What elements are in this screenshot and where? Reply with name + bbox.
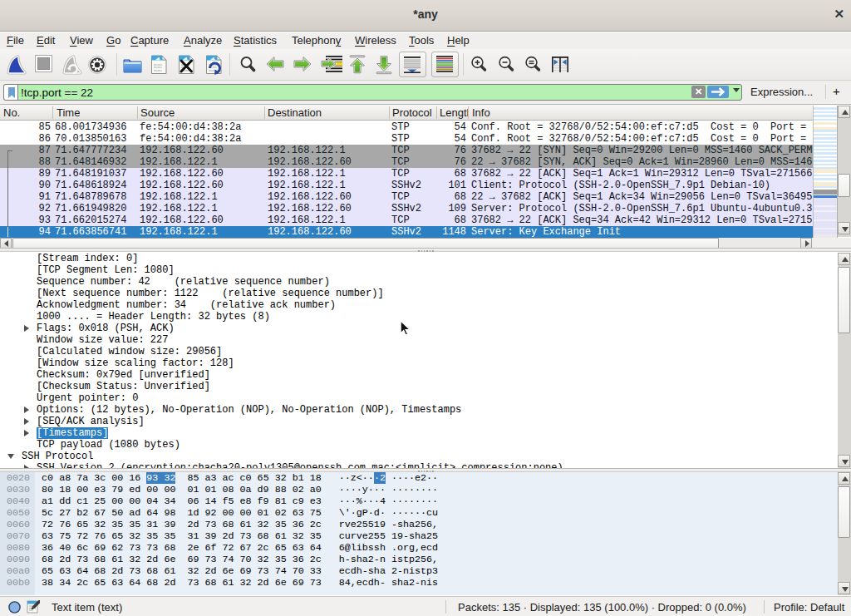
svg-text:0101: 0101	[154, 69, 163, 72]
